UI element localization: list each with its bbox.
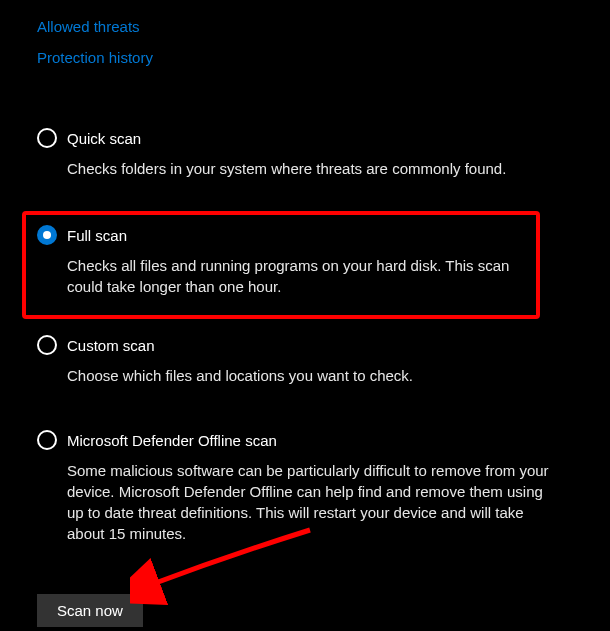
radio-row-full[interactable]: Full scan [37,225,526,245]
scan-now-button[interactable]: Scan now [37,594,143,627]
radio-row-quick[interactable]: Quick scan [37,128,592,148]
option-desc-offline: Some malicious software can be particula… [67,460,592,544]
option-label-quick: Quick scan [67,130,141,147]
option-desc-full: Checks all files and running programs on… [67,255,526,297]
radio-full[interactable] [37,225,57,245]
scan-option-custom: Custom scan Choose which files and locat… [0,327,610,394]
option-desc-quick: Checks folders in your system where thre… [67,158,592,179]
allowed-threats-link[interactable]: Allowed threats [37,18,610,35]
protection-history-link[interactable]: Protection history [37,49,610,66]
radio-offline[interactable] [37,430,57,450]
radio-row-offline[interactable]: Microsoft Defender Offline scan [37,430,592,450]
scan-option-full: Full scan Checks all files and running p… [22,211,540,319]
option-label-full: Full scan [67,227,127,244]
option-label-custom: Custom scan [67,337,155,354]
scan-option-offline: Microsoft Defender Offline scan Some mal… [0,422,610,552]
option-label-offline: Microsoft Defender Offline scan [67,432,277,449]
scan-options-group: Quick scan Checks folders in your system… [0,120,610,552]
radio-row-custom[interactable]: Custom scan [37,335,592,355]
option-desc-custom: Choose which files and locations you wan… [67,365,592,386]
scan-option-quick: Quick scan Checks folders in your system… [0,120,610,187]
radio-quick[interactable] [37,128,57,148]
radio-custom[interactable] [37,335,57,355]
